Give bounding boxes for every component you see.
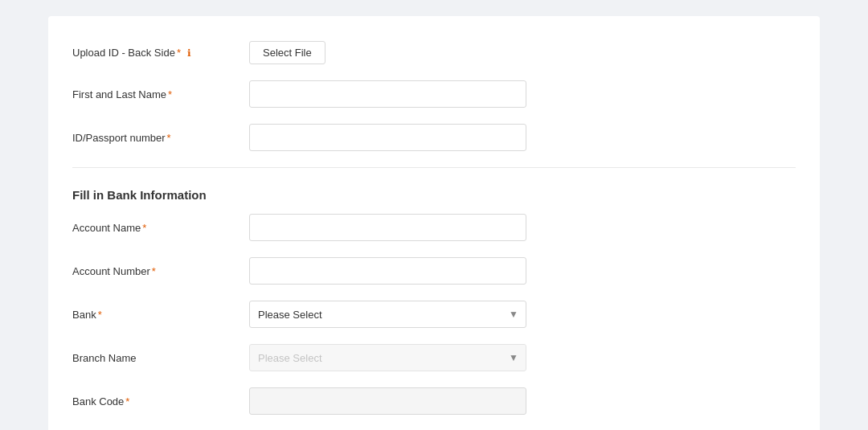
first-last-name-label: First and Last Name* <box>72 88 249 100</box>
branch-select-wrapper: Please Select ▼ <box>249 344 526 371</box>
bank-select[interactable]: Please Select <box>249 301 526 328</box>
account-name-row: Account Name* <box>72 206 796 249</box>
branch-name-label: Branch Name <box>72 352 249 364</box>
id-passport-input[interactable] <box>249 124 526 151</box>
bank-label: Bank* <box>72 309 249 321</box>
swift-row: SWIFT* <box>72 423 796 430</box>
bank-row: Bank* Please Select ▼ <box>72 293 796 336</box>
upload-id-label: Upload ID - Back Side* ℹ <box>72 47 249 59</box>
first-last-name-row: First and Last Name* <box>72 72 796 116</box>
first-last-name-input[interactable] <box>249 80 526 108</box>
account-name-input[interactable] <box>249 214 526 241</box>
bank-code-input[interactable] <box>249 387 526 415</box>
bank-section-title: Fill in Bank Information <box>72 176 796 206</box>
account-number-row: Account Number* <box>72 249 796 293</box>
section-divider <box>72 167 796 168</box>
account-number-label: Account Number* <box>72 265 249 277</box>
bank-code-row: Bank Code* <box>72 379 796 423</box>
upload-id-row: Upload ID - Back Side* ℹ Select File <box>72 32 796 72</box>
account-name-label: Account Name* <box>72 222 249 234</box>
account-number-input[interactable] <box>249 257 526 285</box>
upload-id-select-file-button[interactable]: Select File <box>249 41 326 64</box>
branch-select[interactable]: Please Select <box>249 344 526 371</box>
branch-name-row: Branch Name Please Select ▼ <box>72 336 796 379</box>
upload-id-info-icon[interactable]: ℹ <box>187 47 191 59</box>
bank-code-label: Bank Code* <box>72 395 249 407</box>
id-passport-row: ID/Passport number* <box>72 116 796 159</box>
id-passport-label: ID/Passport number* <box>72 132 249 144</box>
bank-select-wrapper: Please Select ▼ <box>249 301 526 328</box>
